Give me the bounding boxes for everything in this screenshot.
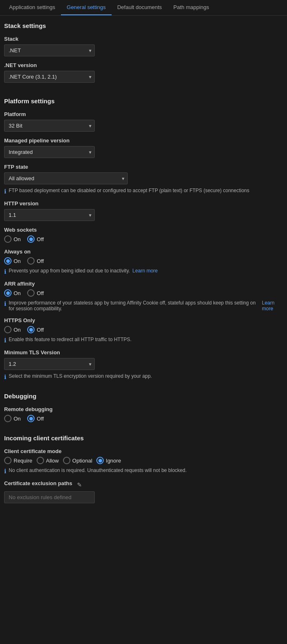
cert-mode-optional-radio[interactable]: [63, 457, 70, 464]
cert-mode-ignore-option[interactable]: Ignore: [96, 457, 121, 464]
cert-excl-paths-input[interactable]: [4, 491, 95, 503]
web-sockets-off-option[interactable]: Off: [27, 235, 44, 243]
ftp-select[interactable]: All allowed: [4, 172, 128, 184]
arr-on-option[interactable]: On: [4, 289, 21, 297]
always-on-info-row: ℹ Prevents your app from being idled out…: [4, 268, 283, 275]
web-sockets-on-radio[interactable]: [4, 235, 12, 243]
tab-path-mappings[interactable]: Path mappings: [168, 0, 215, 15]
https-on-label: On: [14, 327, 21, 333]
always-on-off-option[interactable]: Off: [27, 257, 44, 265]
https-off-radio[interactable]: [27, 326, 35, 333]
incoming-certs-section: Incoming client certificates Client cert…: [4, 435, 283, 503]
remote-debugging-radio-group: On Off: [4, 415, 283, 422]
platform-settings-title: Platform settings: [4, 98, 283, 105]
stack-settings-title: Stack settings: [4, 22, 283, 29]
arr-info-row: ℹ Improve performance of your stateless …: [4, 300, 283, 312]
arr-off-option[interactable]: Off: [27, 289, 44, 297]
https-on-option[interactable]: On: [4, 326, 21, 333]
always-on-learn-more-link[interactable]: Learn more: [133, 268, 158, 274]
platform-select[interactable]: 32 Bit: [4, 120, 95, 132]
cert-mode-ignore-radio[interactable]: [96, 457, 104, 464]
remote-debugging-field: Remote debugging On Off: [4, 406, 283, 422]
always-on-on-radio[interactable]: [4, 257, 12, 265]
net-version-select[interactable]: .NET Core (3.1, 2.1): [4, 71, 95, 83]
always-on-label: Always on: [4, 249, 283, 255]
arr-learn-more-link[interactable]: Learn more: [262, 300, 283, 312]
stack-label: Stack: [4, 36, 283, 42]
arr-off-label: Off: [37, 290, 44, 296]
arr-field: ARR affinity On Off ℹ Improve performanc…: [4, 281, 283, 312]
cert-mode-info-row: ℹ No client authentication is required. …: [4, 467, 283, 474]
debugging-title: Debugging: [4, 393, 283, 400]
cert-mode-allow-option[interactable]: Allow: [37, 457, 59, 464]
platform-label: Platform: [4, 111, 283, 117]
stack-select-wrapper: .NET ▾: [4, 44, 95, 56]
always-on-radio-group: On Off: [4, 257, 283, 265]
https-label: HTTPS Only: [4, 317, 283, 323]
main-content: Stack settings Stack .NET ▾ .NET version…: [0, 16, 287, 513]
cert-mode-allow-radio[interactable]: [37, 457, 44, 464]
tab-general-settings[interactable]: General settings: [61, 0, 112, 15]
ftp-info-icon: ℹ: [4, 188, 6, 195]
pipeline-select-wrapper: Integrated ▾: [4, 146, 95, 158]
arr-on-radio[interactable]: [4, 289, 12, 297]
web-sockets-on-option[interactable]: On: [4, 235, 21, 243]
tls-select-wrapper: 1.2 ▾: [4, 358, 95, 370]
debugging-section: Debugging Remote debugging On Off: [4, 393, 283, 422]
cert-excl-paths-edit-button[interactable]: ✎: [75, 481, 84, 489]
tls-info-text: Select the minimum TLS encryption versio…: [9, 373, 152, 379]
https-info-row: ℹ Enable this feature to redirect all HT…: [4, 337, 283, 344]
cert-mode-require-option[interactable]: Require: [4, 457, 33, 464]
arr-info-text: Improve performance of your stateless ap…: [9, 300, 259, 312]
cert-mode-info-text: No client authentication is required. Un…: [9, 467, 187, 473]
web-sockets-field: Web sockets On Off: [4, 227, 283, 243]
ftp-info-text: FTP based deployment can be disabled or …: [9, 188, 250, 193]
web-sockets-off-label: Off: [37, 236, 44, 242]
https-on-radio[interactable]: [4, 326, 12, 333]
remote-debugging-on-radio[interactable]: [4, 415, 12, 422]
http-version-label: HTTP version: [4, 200, 283, 207]
cert-mode-optional-option[interactable]: Optional: [63, 457, 92, 464]
incoming-certs-title: Incoming client certificates: [4, 435, 283, 442]
cert-mode-require-radio[interactable]: [4, 457, 12, 464]
remote-debugging-off-radio[interactable]: [27, 415, 35, 422]
remote-debugging-label: Remote debugging: [4, 406, 283, 412]
https-info-text: Enable this feature to redirect all HTTP…: [9, 337, 131, 342]
always-on-info-icon: ℹ: [4, 268, 6, 275]
always-on-info-text: Prevents your app from being idled out d…: [9, 268, 130, 274]
tab-default-documents[interactable]: Default documents: [112, 0, 168, 15]
arr-off-radio[interactable]: [27, 289, 35, 297]
cert-mode-ignore-label: Ignore: [106, 458, 121, 464]
cert-mode-field: Client certificate mode Require Allow Op…: [4, 448, 283, 474]
web-sockets-on-label: On: [14, 236, 21, 242]
stack-field: Stack .NET ▾: [4, 36, 283, 56]
arr-info-icon: ℹ: [4, 300, 6, 307]
cert-mode-allow-label: Allow: [46, 458, 59, 464]
always-on-off-radio[interactable]: [27, 257, 35, 265]
remote-debugging-on-option[interactable]: On: [4, 415, 21, 422]
tls-field: Minimum TLS Version 1.2 ▾ ℹ Select the m…: [4, 349, 283, 380]
stack-select[interactable]: .NET: [4, 44, 95, 56]
tab-bar: Application settings General settings De…: [0, 0, 287, 16]
remote-debugging-off-option[interactable]: Off: [27, 415, 44, 422]
always-on-on-option[interactable]: On: [4, 257, 21, 265]
pipeline-select[interactable]: Integrated: [4, 146, 95, 158]
tab-application-settings[interactable]: Application settings: [3, 0, 61, 15]
remote-debugging-off-label: Off: [37, 416, 44, 422]
always-on-field: Always on On Off ℹ Prevents your app fro…: [4, 249, 283, 275]
cert-mode-info-icon: ℹ: [4, 468, 6, 474]
arr-on-label: On: [14, 290, 21, 296]
tls-label: Minimum TLS Version: [4, 349, 283, 356]
cert-mode-require-label: Require: [14, 458, 33, 464]
web-sockets-label: Web sockets: [4, 227, 283, 233]
http-version-select[interactable]: 1.1: [4, 209, 95, 221]
https-off-option[interactable]: Off: [27, 326, 44, 333]
cert-excl-paths-label: Certificate exclusion paths: [4, 480, 72, 486]
web-sockets-off-radio[interactable]: [27, 235, 35, 243]
platform-field: Platform 32 Bit ▾: [4, 111, 283, 132]
https-off-label: Off: [37, 327, 44, 333]
tls-select[interactable]: 1.2: [4, 358, 95, 370]
ftp-select-wrapper: All allowed ▾: [4, 172, 128, 184]
cert-excl-paths-header: Certificate exclusion paths ✎: [4, 480, 283, 489]
tls-info-icon: ℹ: [4, 374, 6, 380]
